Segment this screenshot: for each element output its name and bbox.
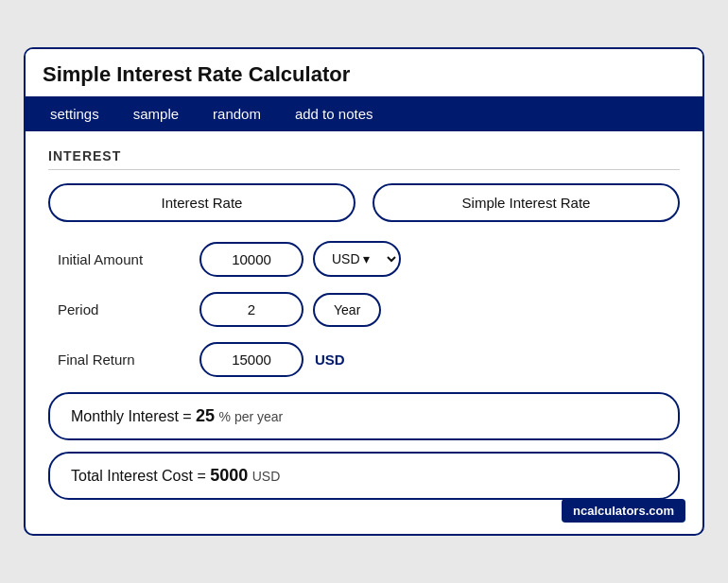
final-return-row: Final Return USD bbox=[48, 342, 680, 377]
nav-random[interactable]: random bbox=[196, 96, 278, 131]
total-interest-value: 5000 bbox=[210, 466, 248, 485]
final-return-label: Final Return bbox=[48, 352, 199, 368]
monthly-interest-label: Monthly Interest bbox=[71, 408, 179, 424]
final-return-currency: USD bbox=[315, 352, 345, 368]
currency-select[interactable]: USD ▾ EUR GBP INR bbox=[313, 241, 401, 277]
brand-badge: ncalculators.com bbox=[562, 499, 685, 523]
period-row: Period Year bbox=[48, 292, 680, 327]
total-interest-equals: = bbox=[197, 468, 210, 484]
monthly-interest-unit: % per year bbox=[219, 409, 284, 424]
input-type-interest-rate[interactable]: Interest Rate bbox=[48, 183, 355, 222]
period-unit: Year bbox=[313, 293, 381, 327]
input-type-simple-interest-rate[interactable]: Simple Interest Rate bbox=[373, 183, 680, 222]
initial-amount-label: Initial Amount bbox=[48, 251, 199, 267]
page-title: Simple Interest Rate Calculator bbox=[43, 62, 685, 87]
monthly-interest-value: 25 bbox=[196, 406, 215, 425]
title-bar: Simple Interest Rate Calculator bbox=[26, 49, 702, 96]
results-area: Monthly Interest = 25 % per year Total I… bbox=[48, 392, 680, 500]
content-area: INTEREST Interest Rate Simple Interest R… bbox=[26, 131, 702, 534]
total-interest-result: Total Interest Cost = 5000 USD bbox=[48, 452, 680, 500]
period-input[interactable] bbox=[199, 292, 303, 327]
monthly-interest-equals: = bbox=[182, 408, 196, 424]
monthly-interest-result: Monthly Interest = 25 % per year bbox=[48, 392, 680, 440]
nav-sample[interactable]: sample bbox=[116, 96, 196, 131]
nav-settings[interactable]: settings bbox=[33, 96, 116, 131]
initial-amount-row: Initial Amount USD ▾ EUR GBP INR bbox=[48, 241, 680, 277]
section-label: INTEREST bbox=[48, 148, 680, 170]
final-return-input[interactable] bbox=[199, 342, 303, 377]
input-type-row: Interest Rate Simple Interest Rate bbox=[48, 183, 680, 222]
initial-amount-input[interactable] bbox=[199, 242, 303, 277]
nav-add-to-notes[interactable]: add to notes bbox=[278, 96, 390, 131]
total-interest-unit: USD bbox=[252, 469, 281, 484]
nav-bar: settings sample random add to notes bbox=[26, 96, 702, 131]
period-label: Period bbox=[48, 301, 199, 317]
calculator-container: Simple Interest Rate Calculator settings… bbox=[24, 47, 704, 536]
total-interest-label: Total Interest Cost bbox=[71, 468, 193, 484]
